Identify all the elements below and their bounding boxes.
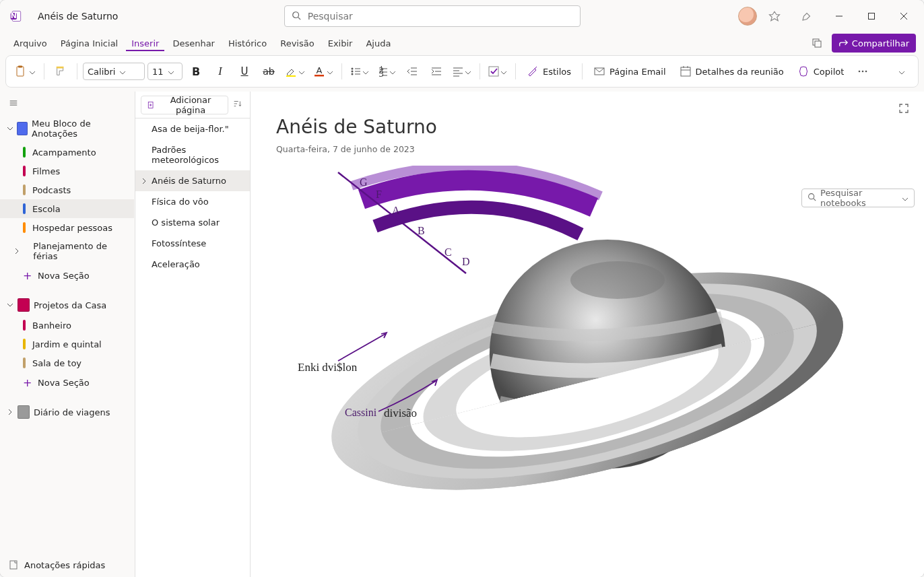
section-name: Banheiro [32, 320, 71, 331]
ribbon-toolbar: Calibri 11 B I U ab A 123 Estilos Página… [5, 55, 919, 88]
quick-notes-button[interactable]: Anotações rápidas [0, 552, 134, 577]
add-page-icon [147, 100, 155, 110]
open-in-new-window-icon[interactable] [806, 32, 828, 54]
font-color-button[interactable]: A [310, 61, 336, 82]
add-page-button[interactable]: Adicionar página [141, 96, 228, 114]
font-name-combo[interactable]: Calibri [83, 63, 145, 80]
section-item[interactable]: Jardim e quintal [0, 335, 134, 353]
svg-rect-12 [18, 66, 22, 68]
nav-toggle-button[interactable] [5, 95, 22, 111]
notebook-name: Meu Bloco de Anotações [32, 118, 127, 139]
svg-point-17 [352, 68, 354, 70]
section-item[interactable]: Hospedar pessoas [0, 218, 134, 237]
page-title[interactable]: Anéis de Saturno [276, 116, 437, 138]
new-section-button[interactable]: +Nova Seção [0, 265, 134, 286]
strikethrough-button[interactable]: ab [258, 61, 279, 82]
section-name: Podcasts [32, 185, 71, 195]
fullscreen-button[interactable] [894, 100, 913, 118]
sort-pages-button[interactable] [228, 97, 244, 113]
notebook-nav-panel: Meu Bloco de AnotaçõesAcampamentoFilmesP… [0, 92, 135, 577]
section-item[interactable]: Podcasts [0, 180, 134, 199]
outdent-button[interactable] [401, 61, 423, 82]
notebook-name: Projetos da Casa [34, 300, 106, 310]
page-item[interactable]: Aceleração [135, 254, 250, 275]
more-commands-button[interactable] [852, 61, 873, 82]
chevron-right-icon [7, 409, 13, 415]
onenote-app-icon: N [3, 9, 30, 23]
global-search-input[interactable] [306, 10, 573, 22]
notebook-header[interactable]: Diário de viagens [0, 401, 134, 423]
numbered-list-button[interactable]: 123 [374, 61, 399, 82]
page-item[interactable]: Asa de beija-flor." [135, 118, 250, 139]
indent-button[interactable] [426, 61, 447, 82]
menu-history[interactable]: Histórico [223, 36, 272, 51]
paste-button[interactable] [11, 61, 38, 82]
coming-soon-icon[interactable] [792, 5, 822, 27]
plus-icon: + [23, 376, 31, 389]
underline-button[interactable]: U [234, 61, 255, 82]
window-minimize-button[interactable] [824, 5, 854, 27]
bullet-list-button[interactable] [348, 61, 372, 82]
global-search-box[interactable] [284, 5, 581, 27]
tag-todo-button[interactable] [486, 61, 510, 82]
section-item[interactable]: Acampamento [0, 143, 134, 162]
menu-help[interactable]: Ajuda [360, 36, 396, 51]
page-canvas[interactable]: Pesquisar notebooks Anéis de Saturno Qua… [251, 92, 924, 577]
ring-label-f: F [376, 189, 382, 201]
page-name: O sistema solar [152, 217, 220, 228]
meeting-details-button[interactable]: Detalhes da reunião [674, 61, 789, 82]
user-avatar[interactable] [738, 7, 757, 26]
page-item[interactable]: O sistema solar [135, 212, 250, 233]
align-button[interactable] [450, 61, 474, 82]
chevron-down-icon [29, 68, 36, 75]
new-section-button[interactable]: +Nova Seção [0, 372, 134, 393]
page-item[interactable]: Fotossíntese [135, 233, 250, 254]
font-size-combo[interactable]: 11 [147, 63, 183, 80]
page-item[interactable]: Anéis de Saturno [135, 170, 250, 191]
svg-text:A: A [317, 65, 323, 75]
chevron-down-icon [389, 68, 396, 75]
section-item[interactable]: Sala de toy [0, 353, 134, 372]
chevron-down-icon [119, 68, 126, 75]
share-button[interactable]: Compartilhar [832, 34, 916, 53]
email-page-button[interactable]: Página Email [588, 61, 671, 82]
highlight-button[interactable] [282, 61, 308, 82]
menu-insert[interactable]: Inserir [126, 36, 164, 51]
copilot-button[interactable]: Copilot [792, 61, 850, 82]
section-item[interactable]: Filmes [0, 162, 134, 180]
notebook-name: Diário de viagens [34, 407, 110, 417]
menu-review[interactable]: Revisão [275, 36, 319, 51]
ring-label-c: C [444, 246, 452, 259]
chevron-down-icon [465, 68, 471, 75]
svg-rect-10 [815, 41, 821, 47]
section-item[interactable]: Escola [0, 199, 134, 218]
ring-label-b: B [418, 225, 425, 237]
window-close-button[interactable] [889, 5, 919, 27]
premium-icon[interactable] [760, 5, 789, 27]
ribbon-collapse-button[interactable] [891, 61, 913, 82]
format-painter-button[interactable] [50, 61, 71, 82]
chevron-down-icon [298, 68, 305, 75]
section-item[interactable]: Banheiro [0, 316, 134, 335]
menu-view[interactable]: Exibir [323, 36, 358, 51]
svg-point-47 [865, 71, 867, 73]
svg-text:N: N [11, 11, 17, 20]
page-item[interactable]: Física do vôo [135, 191, 250, 212]
notebook-header[interactable]: Projetos da Casa [0, 294, 134, 316]
notebook-header[interactable]: Meu Bloco de Anotações [0, 114, 134, 143]
section-name: Hospedar pessoas [32, 223, 112, 233]
chevron-down-icon [7, 302, 13, 308]
page-item[interactable]: Padrões meteorológicos [135, 139, 250, 170]
styles-button[interactable]: Estilos [521, 61, 576, 82]
menu-draw[interactable]: Desenhar [167, 36, 220, 51]
section-color-swatch [23, 166, 26, 176]
section-name: Filmes [32, 166, 60, 176]
menu-file[interactable]: Arquivo [8, 36, 53, 51]
svg-point-3 [292, 11, 298, 18]
menu-home[interactable]: Página Inicial [55, 36, 123, 51]
bold-button[interactable]: B [185, 61, 207, 82]
italic-button[interactable]: I [209, 61, 231, 82]
page-name: Padrões meteorológicos [152, 145, 219, 165]
section-item[interactable]: Planejamento de férias [0, 237, 134, 265]
window-maximize-button[interactable] [857, 5, 886, 27]
